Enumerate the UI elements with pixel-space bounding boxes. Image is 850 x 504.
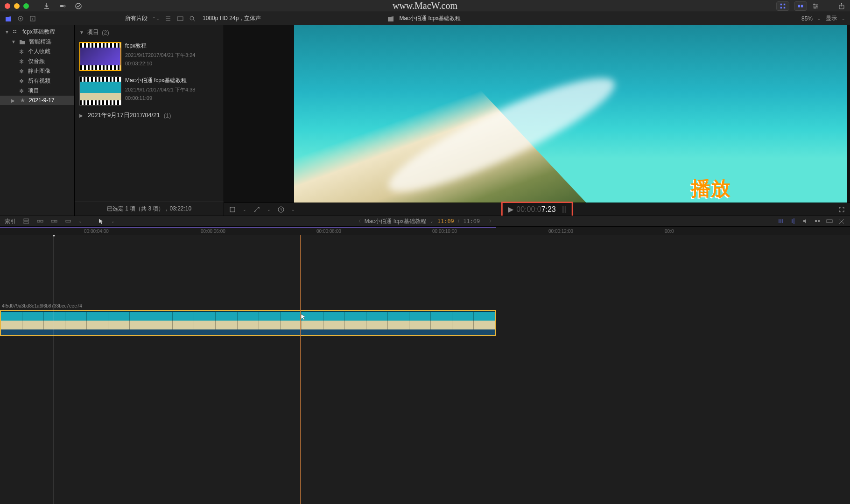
append-clip-icon[interactable] (50, 217, 58, 225)
skimming-icon[interactable] (777, 217, 785, 225)
titlebar: www.MacW.com (0, 0, 850, 12)
playhead[interactable] (54, 235, 54, 504)
sidebar-item-audio-only[interactable]: ✻ 仅音频 (0, 56, 74, 66)
browser-group-header[interactable]: ▼ 项目 (2) (75, 25, 224, 39)
sidebar-item-label: 静止图像 (28, 67, 50, 75)
disclosure-triangle-icon[interactable]: ▼ (5, 29, 9, 35)
ruler-tick: 00:00:08:00 (316, 229, 341, 234)
workspace-grid-button[interactable] (776, 1, 789, 11)
sidebar-item-label: 个人收藏 (28, 48, 50, 56)
browser-date-group[interactable]: ▶ 2021年9月17日2017/04/21 (1) (75, 108, 224, 122)
display-dropdown[interactable]: 显示 (826, 14, 837, 22)
clip-date: 2021/9/172017/04/21 下午4:38 (125, 86, 195, 93)
enhance-tool-icon[interactable] (253, 206, 260, 213)
snapping-icon[interactable] (814, 217, 821, 225)
zoom-dropdown[interactable]: 85% (801, 15, 813, 22)
sidebar-event[interactable]: ▶ ★ 2021-9-17 (0, 96, 74, 105)
svg-rect-4 (784, 3, 786, 5)
disclosure-triangle-icon[interactable]: ▶ (11, 98, 16, 103)
play-icon: ▶ (508, 205, 513, 214)
browser-clip[interactable]: fcpx教程 2021/9/172017/04/21 下午3:24 00:03:… (75, 39, 224, 74)
timeline-project-nav: 〈 Mac小伯通 fcpx基础教程 ⌄ 11:09 / 11:09 〉 (357, 217, 494, 225)
svg-rect-28 (24, 219, 28, 221)
main-area: ▼ fcpx基础教程 ▼ 智能精选 ✻ 个人收藏 ✻ 仅音频 ✻ 静止图像 ✻ … (0, 25, 850, 216)
browser-clip[interactable]: Mac小伯通 fcpx基础教程 2021/9/172017/04/21 下午4:… (75, 74, 224, 108)
browser-list: fcpx教程 2021/9/172017/04/21 下午3:24 00:03:… (75, 39, 224, 202)
timeline-view-icon[interactable] (826, 217, 833, 225)
list-view-icon[interactable] (164, 15, 172, 22)
search-icon[interactable] (189, 15, 196, 22)
clip-browser: ▼ 项目 (2) fcpx教程 2021/9/172017/04/21 下午3:… (75, 25, 224, 216)
sidebar-item-favorites[interactable]: ✻ 个人收藏 (0, 47, 74, 56)
gear-icon: ✻ (18, 77, 25, 85)
timeline-ruler[interactable]: 00:00:04:0000:00:06:0000:00:08:0000:00:1… (0, 227, 850, 235)
select-tool-icon[interactable] (97, 217, 105, 225)
svg-rect-22 (13, 32, 14, 33)
keyword-icon[interactable] (59, 2, 66, 10)
background-tasks-icon[interactable] (75, 2, 82, 10)
timecode-display[interactable]: ▶ 00:00:07:23 (501, 202, 573, 217)
playhead-handle-icon[interactable] (51, 235, 56, 237)
svg-rect-7 (798, 5, 800, 7)
svg-point-1 (63, 5, 65, 7)
import-icon[interactable] (43, 2, 50, 10)
maximize-window[interactable] (23, 3, 29, 9)
next-project-icon[interactable]: 〉 (489, 218, 493, 224)
titles-generators-icon[interactable]: T (29, 15, 36, 22)
format-text: 1080p HD 24p，立体声 (203, 14, 261, 22)
close-window[interactable] (5, 3, 10, 9)
workspace-dual-button[interactable] (794, 1, 807, 11)
gear-icon: ✻ (18, 58, 25, 65)
transform-tool-icon[interactable] (229, 206, 236, 213)
clip-thumbnail[interactable] (79, 42, 121, 71)
svg-rect-3 (780, 3, 782, 5)
connect-clip-icon[interactable] (22, 217, 30, 225)
sidebar-item-stills[interactable]: ✻ 静止图像 (0, 66, 74, 76)
retime-tool-icon[interactable] (277, 206, 285, 213)
library-sidebar: ▼ fcpx基础教程 ▼ 智能精选 ✻ 个人收藏 ✻ 仅音频 ✻ 静止图像 ✻ … (0, 25, 75, 216)
clip-filter-dropdown[interactable]: 所有片段 (125, 14, 148, 22)
ruler-tick: 00:00:04:00 (84, 229, 109, 234)
prev-project-icon[interactable]: 〈 (357, 218, 361, 224)
svg-rect-30 (37, 220, 40, 222)
titlebar-right-icons (776, 1, 845, 11)
audio-skimming-icon[interactable] (789, 217, 797, 225)
solo-icon[interactable] (801, 217, 809, 225)
share-icon[interactable] (838, 2, 845, 10)
disclosure-triangle-icon[interactable]: ▼ (79, 30, 84, 35)
sidebar-smart-collections[interactable]: ▼ 智能精选 (0, 37, 74, 47)
event-star-icon: ★ (19, 97, 26, 104)
timeline[interactable]: 4f5d079a3bd8e1a6f6b8733bec7eee74 (0, 235, 850, 504)
timeline-toolbar: 索引 ⌄ ⌄ 〈 Mac小伯通 fcpx基础教程 ⌄ 11:09 / 11:09… (0, 216, 850, 227)
sidebar-item-all-video[interactable]: ✻ 所有视频 (0, 76, 74, 86)
sidebar-library-root[interactable]: ▼ fcpx基础教程 (0, 27, 74, 37)
clip-duration: 00:03:22:10 (125, 61, 195, 66)
overwrite-clip-icon[interactable] (64, 217, 72, 225)
svg-rect-34 (66, 220, 70, 222)
sidebar-item-projects[interactable]: ✻ 项目 (0, 86, 74, 96)
group-label: 项目 (87, 28, 99, 36)
event-name: 2021-9-17 (29, 97, 55, 104)
clip-thumbnail[interactable] (79, 77, 121, 105)
disclosure-triangle-icon[interactable]: ▶ (79, 113, 84, 118)
gear-icon: ✻ (18, 87, 25, 95)
disclosure-triangle-icon[interactable]: ▼ (11, 39, 16, 44)
insert-clip-icon[interactable] (36, 217, 44, 225)
adjustments-icon[interactable] (812, 2, 819, 10)
timeline-project-name[interactable]: Mac小伯通 fcpx基础教程 (365, 217, 426, 225)
project-name-text: Mac小伯通 fcpx基础教程 (399, 14, 461, 22)
ruler-tick: 00:00:12:00 (548, 229, 573, 234)
index-button[interactable]: 索引 (5, 217, 16, 225)
fullscreen-icon[interactable] (838, 206, 845, 213)
timeline-clip[interactable] (0, 310, 496, 336)
library-clapperboard-icon[interactable] (5, 15, 12, 22)
filmstrip-view-icon[interactable] (176, 15, 184, 22)
timeline-split-icon[interactable] (838, 217, 845, 225)
viewer-canvas[interactable]: 播放 播放 (294, 25, 847, 216)
minimize-window[interactable] (14, 3, 20, 9)
sidebar-item-label: 仅音频 (28, 57, 45, 65)
svg-rect-13 (6, 17, 11, 21)
clip-duration: 00:00:11:09 (125, 95, 195, 101)
photos-media-icon[interactable] (17, 15, 24, 22)
library-name: fcpx基础教程 (22, 28, 55, 36)
